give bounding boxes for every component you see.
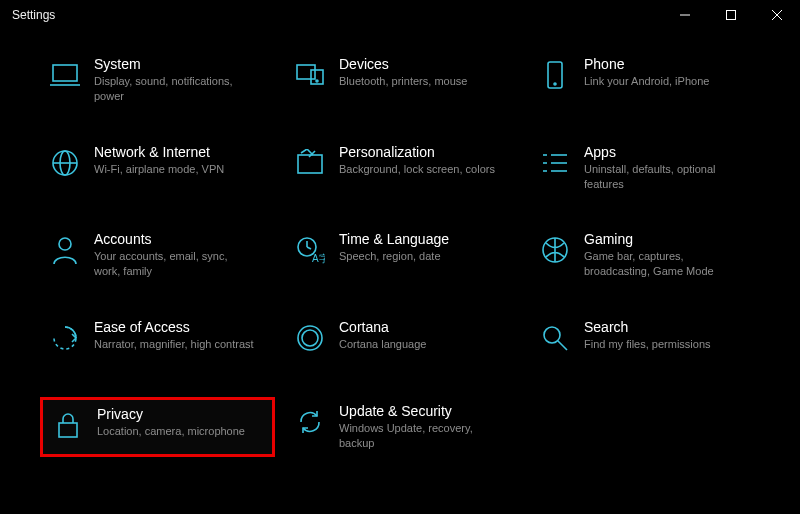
minimize-button[interactable] <box>662 0 708 30</box>
svg-point-10 <box>554 83 556 85</box>
tile-desc: Location, camera, microphone <box>97 424 245 439</box>
tile-network[interactable]: Network & Internet Wi-Fi, airplane mode,… <box>40 138 275 198</box>
tile-title: System <box>94 56 254 72</box>
settings-grid: System Display, sound, notifications, po… <box>0 30 800 457</box>
close-icon <box>771 9 783 21</box>
phone-icon <box>538 58 572 92</box>
tile-title: Devices <box>339 56 467 72</box>
tile-update-security[interactable]: Update & Security Windows Update, recove… <box>285 397 520 457</box>
gaming-icon <box>538 233 572 267</box>
svg-rect-32 <box>59 423 77 437</box>
maximize-button[interactable] <box>708 0 754 30</box>
tile-title: Accounts <box>94 231 254 247</box>
tile-title: Network & Internet <box>94 144 224 160</box>
apps-icon <box>538 146 572 180</box>
tile-devices[interactable]: Devices Bluetooth, printers, mouse <box>285 50 520 110</box>
svg-line-25 <box>307 247 311 249</box>
network-icon <box>48 146 82 180</box>
tile-time-language[interactable]: A字 Time & Language Speech, region, date <box>285 225 520 285</box>
svg-rect-4 <box>53 65 77 81</box>
maximize-icon <box>725 9 737 21</box>
tile-title: Ease of Access <box>94 319 254 335</box>
svg-line-31 <box>558 341 567 350</box>
search-icon <box>538 321 572 355</box>
accounts-icon <box>48 233 82 267</box>
privacy-icon <box>51 408 85 442</box>
svg-point-8 <box>316 80 318 82</box>
tile-phone[interactable]: Phone Link your Android, iPhone <box>530 50 765 110</box>
tile-desc: Narrator, magnifier, high contrast <box>94 337 254 352</box>
svg-rect-1 <box>727 11 736 20</box>
tile-apps[interactable]: Apps Uninstall, defaults, optional featu… <box>530 138 765 198</box>
tile-desc: Your accounts, email, sync, work, family <box>94 249 254 279</box>
tile-title: Time & Language <box>339 231 449 247</box>
tile-desc: Uninstall, defaults, optional features <box>584 162 744 192</box>
update-icon <box>293 405 327 439</box>
tile-desc: Game bar, captures, broadcasting, Game M… <box>584 249 744 279</box>
svg-point-29 <box>302 330 318 346</box>
tile-title: Search <box>584 319 711 335</box>
svg-rect-6 <box>297 65 315 79</box>
tile-title: Apps <box>584 144 744 160</box>
tile-privacy[interactable]: Privacy Location, camera, microphone <box>40 397 275 457</box>
svg-rect-14 <box>298 155 322 173</box>
tile-search[interactable]: Search Find my files, permissions <box>530 313 765 369</box>
tile-title: Update & Security <box>339 403 499 419</box>
tile-title: Gaming <box>584 231 744 247</box>
tile-desc: Find my files, permissions <box>584 337 711 352</box>
tile-title: Privacy <box>97 406 245 422</box>
system-icon <box>48 58 82 92</box>
tile-desc: Cortana language <box>339 337 426 352</box>
svg-point-30 <box>544 327 560 343</box>
tile-desc: Wi-Fi, airplane mode, VPN <box>94 162 224 177</box>
tile-desc: Background, lock screen, colors <box>339 162 495 177</box>
svg-rect-9 <box>548 62 562 88</box>
svg-point-22 <box>59 238 71 250</box>
close-button[interactable] <box>754 0 800 30</box>
window-title: Settings <box>12 8 55 22</box>
cortana-icon <box>293 321 327 355</box>
tile-desc: Display, sound, notifications, power <box>94 74 254 104</box>
tile-title: Cortana <box>339 319 426 335</box>
tile-title: Personalization <box>339 144 495 160</box>
window-controls <box>662 0 800 30</box>
minimize-icon <box>679 9 691 21</box>
tile-ease-of-access[interactable]: Ease of Access Narrator, magnifier, high… <box>40 313 275 369</box>
tile-cortana[interactable]: Cortana Cortana language <box>285 313 520 369</box>
tile-personalization[interactable]: Personalization Background, lock screen,… <box>285 138 520 198</box>
title-bar: Settings <box>0 0 800 30</box>
time-language-icon: A字 <box>293 233 327 267</box>
tile-system[interactable]: System Display, sound, notifications, po… <box>40 50 275 110</box>
tile-desc: Link your Android, iPhone <box>584 74 709 89</box>
tile-desc: Windows Update, recovery, backup <box>339 421 499 451</box>
tile-title: Phone <box>584 56 709 72</box>
personalization-icon <box>293 146 327 180</box>
tile-gaming[interactable]: Gaming Game bar, captures, broadcasting,… <box>530 225 765 285</box>
tile-accounts[interactable]: Accounts Your accounts, email, sync, wor… <box>40 225 275 285</box>
tile-desc: Speech, region, date <box>339 249 449 264</box>
svg-text:A字: A字 <box>312 253 325 264</box>
devices-icon <box>293 58 327 92</box>
tile-desc: Bluetooth, printers, mouse <box>339 74 467 89</box>
ease-of-access-icon <box>48 321 82 355</box>
